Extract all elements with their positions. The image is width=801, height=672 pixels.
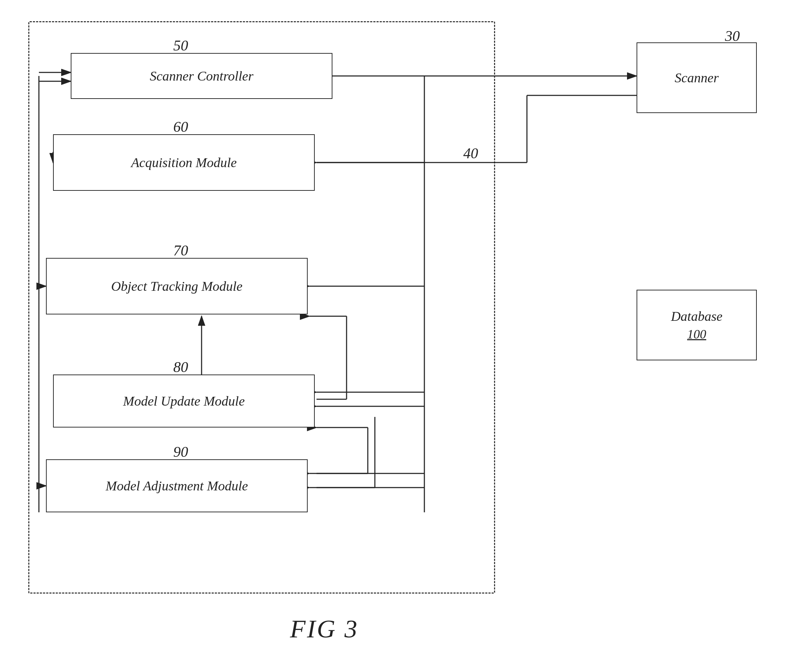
- ref-50: 50: [173, 37, 188, 54]
- object-tracking-module-label: Object Tracking Module: [111, 278, 242, 294]
- acquisition-module-box: Acquisition Module: [53, 134, 315, 191]
- ref-30: 30: [725, 27, 740, 45]
- scanner-box: Scanner: [637, 42, 757, 113]
- model-update-module-label: Model Update Module: [123, 393, 245, 409]
- diagram-container: Scanner Controller Scanner Acquisition M…: [0, 0, 801, 672]
- model-adjustment-module-box: Model Adjustment Module: [46, 459, 308, 512]
- object-tracking-module-box: Object Tracking Module: [46, 258, 308, 314]
- model-update-module-box: Model Update Module: [53, 375, 315, 428]
- ref-80: 80: [173, 359, 188, 375]
- acquisition-module-label: Acquisition Module: [131, 155, 237, 170]
- fig-label: FIG 3: [290, 614, 359, 644]
- database-ref: 100: [687, 327, 706, 341]
- database-box: Database 100: [637, 290, 757, 360]
- scanner-controller-label: Scanner Controller: [150, 68, 253, 84]
- ref-90: 90: [173, 443, 188, 460]
- svg-line-3: [495, 69, 527, 76]
- ref-40: 40: [463, 145, 478, 162]
- scanner-label: Scanner: [675, 70, 719, 85]
- model-adjustment-module-label: Model Adjustment Module: [106, 478, 248, 494]
- ref-60: 60: [173, 119, 188, 135]
- scanner-controller-box: Scanner Controller: [71, 53, 333, 99]
- ref-70: 70: [173, 242, 188, 259]
- database-label: Database: [671, 308, 722, 324]
